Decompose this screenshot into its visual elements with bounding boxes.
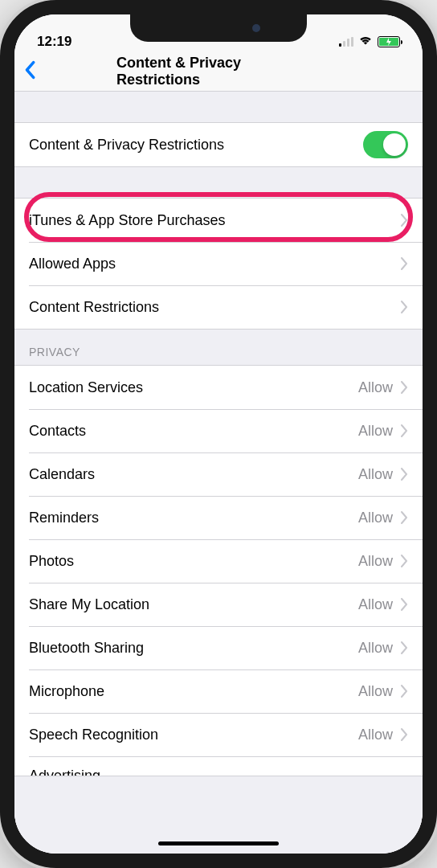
content-restrictions-row[interactable]: Content Restrictions [14,285,423,329]
row-label: Speech Recognition [29,727,158,743]
row-value: Allow [358,640,393,657]
chevron-right-icon [401,641,408,654]
photos-row[interactable]: Photos Allow [14,539,423,583]
row-label: iTunes & App Store Purchases [29,212,225,229]
row-value: Allow [358,596,393,613]
row-label: Share My Location [29,596,149,613]
row-label: Advertising [29,768,100,776]
restrictions-group: iTunes & App Store Purchases Allowed App… [14,198,423,330]
main-toggle-group: Content & Privacy Restrictions [14,122,423,167]
content-privacy-label: Content & Privacy Restrictions [29,137,224,154]
calendars-row[interactable]: Calendars Allow [14,452,423,496]
chevron-right-icon [401,555,408,567]
row-label: Calendars [29,466,95,483]
chevron-right-icon [401,468,408,481]
speech-recognition-row[interactable]: Speech Recognition Allow [14,713,423,756]
advertising-row[interactable]: Advertising [14,756,423,776]
row-label: Microphone [29,683,104,700]
chevron-right-icon [401,301,408,313]
row-label: Reminders [29,510,99,526]
iphone-frame: 12:19 Content & Privacy Restri [0,0,437,868]
cellular-signal-icon [339,37,353,47]
reminders-row[interactable]: Reminders Allow [14,496,423,539]
chevron-right-icon [401,381,408,394]
microphone-row[interactable]: Microphone Allow [14,669,423,713]
row-label: Bluetooth Sharing [29,640,144,657]
row-value: Allow [358,466,393,483]
home-indicator[interactable] [158,841,279,845]
row-label: Content Restrictions [29,299,159,316]
contacts-row[interactable]: Contacts Allow [14,409,423,452]
share-my-location-row[interactable]: Share My Location Allow [14,583,423,626]
nav-bar: Content & Privacy Restrictions [14,51,423,92]
row-value: Allow [358,379,393,396]
privacy-group: Location Services Allow Contacts Allow C… [14,365,423,776]
screen: 12:19 Content & Privacy Restri [14,14,423,854]
chevron-right-icon [401,511,408,524]
privacy-section-header: PRIVACY [14,330,423,365]
chevron-right-icon [401,598,408,611]
chevron-right-icon [401,424,408,437]
settings-content: Content & Privacy Restrictions iTunes & … [14,92,423,854]
row-value: Allow [358,727,393,743]
location-services-row[interactable]: Location Services Allow [14,366,423,409]
page-title: Content & Privacy Restrictions [116,55,321,88]
chevron-right-icon [401,728,408,741]
status-right [339,34,400,50]
row-value: Allow [358,423,393,440]
status-time: 12:19 [37,34,71,50]
row-label: Location Services [29,379,143,396]
allowed-apps-row[interactable]: Allowed Apps [14,242,423,285]
bluetooth-sharing-row[interactable]: Bluetooth Sharing Allow [14,626,423,669]
device-notch [130,14,307,42]
row-value: Allow [358,553,393,570]
row-label: Allowed Apps [29,256,116,272]
row-label: Photos [29,553,74,570]
row-value: Allow [358,683,393,700]
chevron-right-icon [401,214,408,227]
row-label: Contacts [29,423,86,440]
wifi-icon [358,34,373,50]
chevron-right-icon [401,685,408,698]
itunes-app-store-row[interactable]: iTunes & App Store Purchases [14,199,423,242]
chevron-right-icon [401,257,408,270]
battery-icon [378,36,400,47]
content-privacy-toggle[interactable] [363,131,408,158]
back-button[interactable] [24,60,39,83]
row-value: Allow [358,510,393,526]
content-privacy-toggle-row[interactable]: Content & Privacy Restrictions [14,123,423,166]
